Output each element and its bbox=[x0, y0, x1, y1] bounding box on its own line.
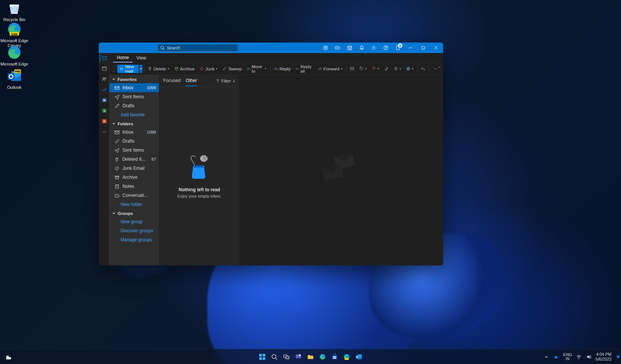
taskbar-edge-canary-icon[interactable] bbox=[342, 352, 352, 362]
folder-inbox[interactable]: Inbox 1099 bbox=[109, 128, 159, 137]
folder-conversation-history[interactable]: Conversation His... bbox=[109, 191, 159, 200]
outlook-titlebar[interactable]: Search T 2 bbox=[99, 43, 443, 53]
wifi-icon[interactable] bbox=[576, 354, 582, 360]
notification-indicator[interactable] bbox=[617, 355, 619, 358]
chat-icon[interactable] bbox=[294, 352, 303, 362]
junk-button[interactable]: Junk▾ bbox=[197, 65, 220, 73]
start-button[interactable] bbox=[257, 352, 267, 362]
gear-icon[interactable] bbox=[369, 43, 379, 53]
day-icon[interactable] bbox=[344, 43, 355, 53]
teams-icon[interactable]: T bbox=[332, 43, 343, 53]
folders-header[interactable]: Folders bbox=[109, 119, 159, 128]
svg-point-46 bbox=[361, 68, 361, 68]
archive-button[interactable]: Archive bbox=[172, 65, 197, 73]
move-to-button[interactable]: Move to▾ bbox=[245, 65, 269, 73]
folder-sent[interactable]: Sent Items bbox=[109, 146, 159, 155]
flag-button[interactable]: ▾ bbox=[370, 65, 381, 73]
minimize-button[interactable] bbox=[405, 43, 416, 53]
undo-button[interactable] bbox=[419, 65, 427, 73]
manage-groups-link[interactable]: Manage groups bbox=[109, 235, 159, 244]
tray-chevron-icon[interactable] bbox=[543, 354, 549, 360]
delete-button[interactable]: Delete▾ bbox=[145, 65, 171, 73]
rail-word-icon[interactable]: W bbox=[99, 96, 109, 104]
onedrive-icon[interactable] bbox=[553, 354, 559, 360]
rail-calendar-icon[interactable] bbox=[99, 64, 109, 73]
pivot-other[interactable]: Other bbox=[186, 76, 197, 86]
search-box[interactable]: Search bbox=[158, 44, 238, 52]
clock[interactable]: 4:04 PM 5/6/2022 bbox=[595, 352, 612, 362]
skype-icon[interactable] bbox=[320, 43, 331, 53]
sort-arrow-icon bbox=[232, 79, 236, 83]
sweep-button[interactable]: Sweep bbox=[220, 65, 244, 73]
lang-code-2[interactable]: IN bbox=[563, 357, 572, 361]
reply-all-button[interactable]: Reply all bbox=[294, 65, 315, 73]
folder-label: Inbox bbox=[122, 129, 133, 135]
folder-label: Inbox bbox=[122, 85, 133, 90]
collapse-ribbon-icon[interactable]: ⌄ bbox=[438, 64, 441, 69]
svg-rect-59 bbox=[115, 177, 118, 179]
folder-label: Junk Email bbox=[122, 166, 145, 171]
desktop-icon-edge-canary[interactable]: CAN Microsoft Edge Canary bbox=[0, 22, 29, 48]
new-group-link[interactable]: New group bbox=[109, 217, 159, 226]
bell-icon[interactable] bbox=[356, 43, 367, 53]
favorites-label: Favorites bbox=[118, 77, 137, 82]
close-button[interactable] bbox=[430, 43, 442, 53]
folder-drafts[interactable]: Drafts bbox=[109, 101, 159, 110]
maximize-button[interactable] bbox=[418, 43, 429, 53]
task-view-icon[interactable] bbox=[281, 352, 291, 362]
folder-drafts[interactable]: Drafts bbox=[109, 137, 159, 146]
explorer-icon[interactable] bbox=[306, 352, 315, 362]
folder-archive[interactable]: Archive bbox=[109, 173, 159, 182]
tab-home[interactable]: Home bbox=[113, 53, 133, 62]
tag-button[interactable]: ▾ bbox=[357, 65, 369, 73]
rail-people-icon[interactable] bbox=[99, 75, 109, 83]
search-icon bbox=[160, 46, 165, 50]
desktop-icon-edge[interactable]: Microsoft Edge bbox=[0, 45, 29, 67]
outlook-icon: PRE bbox=[7, 69, 22, 84]
taskbar-edge-icon[interactable] bbox=[318, 352, 327, 362]
lang-code-1[interactable]: ENG bbox=[563, 353, 572, 357]
taskbar[interactable]: ENG IN 4:04 PM 5/6/2022 bbox=[0, 349, 621, 364]
pin-button[interactable] bbox=[382, 65, 391, 73]
rail-more-icon[interactable] bbox=[99, 128, 109, 136]
new-folder-link[interactable]: New folder bbox=[109, 200, 159, 209]
rail-mail-icon[interactable] bbox=[99, 54, 109, 62]
forward-button[interactable]: Forward▾ bbox=[316, 65, 345, 73]
taskbar-store-icon[interactable] bbox=[330, 352, 340, 362]
svg-rect-73 bbox=[286, 356, 289, 359]
folder-deleted[interactable]: Deleted Items 87 bbox=[109, 155, 159, 164]
new-mail-dropdown[interactable] bbox=[139, 65, 142, 73]
taskbar-search-icon[interactable] bbox=[269, 352, 279, 362]
pivot-focused[interactable]: Focused bbox=[163, 76, 180, 86]
taskbar-outlook-icon[interactable] bbox=[354, 352, 364, 362]
discover-groups-link[interactable]: Discover groups bbox=[109, 226, 159, 235]
reply-button[interactable]: Reply bbox=[272, 65, 293, 73]
new-mail-button[interactable]: New mail bbox=[117, 65, 139, 73]
folder-label: Archive bbox=[122, 175, 138, 180]
svg-text:T: T bbox=[336, 47, 338, 49]
rail-todo-icon[interactable] bbox=[99, 85, 109, 94]
snooze-button[interactable]: ▾ bbox=[392, 65, 403, 73]
filter-button[interactable]: Filter bbox=[216, 79, 236, 83]
desktop-icon-recycle-bin[interactable]: Recycle Bin bbox=[0, 1, 29, 22]
rail-excel-icon[interactable]: X bbox=[99, 107, 109, 115]
rail-powerpoint-icon[interactable]: P bbox=[99, 117, 109, 125]
folder-inbox[interactable]: Inbox 1099 bbox=[109, 83, 159, 92]
folder-junk[interactable]: Junk Email bbox=[109, 164, 159, 173]
desktop-icon-outlook[interactable]: PRE Outlook bbox=[0, 69, 29, 90]
print-button[interactable]: ▾ bbox=[404, 65, 416, 73]
folder-pane: Favorites Inbox 1099 Sent Items Drafts A… bbox=[109, 75, 159, 265]
add-favorite-link[interactable]: Add favorite bbox=[109, 110, 159, 119]
folder-notes[interactable]: Notes bbox=[109, 182, 159, 191]
weather-widget-icon[interactable] bbox=[3, 352, 13, 362]
folder-sent[interactable]: Sent Items bbox=[109, 92, 159, 101]
volume-icon[interactable] bbox=[586, 354, 592, 360]
tips-icon[interactable]: 2 bbox=[393, 43, 403, 53]
svg-text:W: W bbox=[103, 99, 106, 102]
favorites-header[interactable]: Favorites bbox=[109, 75, 159, 83]
groups-header[interactable]: Groups bbox=[109, 209, 159, 217]
help-icon[interactable] bbox=[381, 43, 391, 53]
read-unread-button[interactable] bbox=[348, 65, 356, 73]
hamburger-icon[interactable] bbox=[114, 66, 114, 72]
tab-view[interactable]: View bbox=[133, 54, 150, 62]
